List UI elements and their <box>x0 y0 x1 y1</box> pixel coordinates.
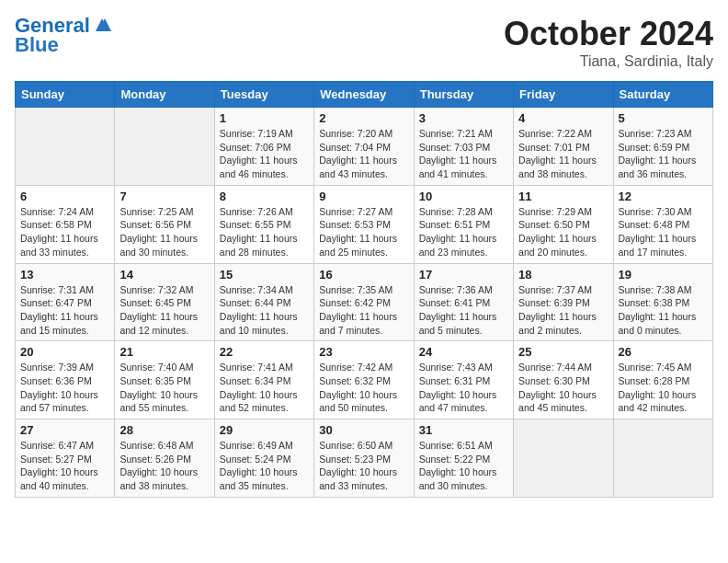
header-saturday: Saturday <box>613 82 712 108</box>
header-wednesday: Wednesday <box>314 82 414 108</box>
day-number: 22 <box>220 345 309 359</box>
calendar-cell: 4Sunrise: 7:22 AMSunset: 7:01 PMDaylight… <box>514 108 613 186</box>
calendar-week-4: 27Sunrise: 6:47 AMSunset: 5:27 PMDayligh… <box>16 419 713 498</box>
calendar-cell: 31Sunrise: 6:51 AMSunset: 5:22 PMDayligh… <box>414 419 513 498</box>
calendar-cell: 30Sunrise: 6:50 AMSunset: 5:23 PMDayligh… <box>314 419 414 498</box>
day-info: Sunrise: 6:48 AMSunset: 5:26 PMDaylight:… <box>119 439 209 493</box>
day-number: 9 <box>319 190 408 203</box>
day-info: Sunrise: 7:26 AMSunset: 6:55 PMDaylight:… <box>220 205 309 259</box>
day-info: Sunrise: 7:44 AMSunset: 6:30 PMDaylight:… <box>518 361 608 415</box>
day-info: Sunrise: 7:25 AMSunset: 6:56 PMDaylight:… <box>119 205 209 259</box>
day-number: 11 <box>518 190 608 203</box>
calendar-cell: 12Sunrise: 7:30 AMSunset: 6:48 PMDayligh… <box>613 185 712 263</box>
logo: General Blue <box>15 15 112 57</box>
calendar-week-3: 20Sunrise: 7:39 AMSunset: 6:36 PMDayligh… <box>16 341 713 419</box>
day-number: 27 <box>20 423 109 437</box>
day-info: Sunrise: 6:47 AMSunset: 5:27 PMDaylight:… <box>20 439 109 493</box>
calendar-cell: 2Sunrise: 7:20 AMSunset: 7:04 PMDaylight… <box>314 108 414 186</box>
header-sunday: Sunday <box>16 82 115 108</box>
day-info: Sunrise: 7:27 AMSunset: 6:53 PMDaylight:… <box>319 205 408 259</box>
day-info: Sunrise: 7:21 AMSunset: 7:03 PMDaylight:… <box>419 127 508 181</box>
day-info: Sunrise: 7:23 AMSunset: 6:59 PMDaylight:… <box>619 127 708 181</box>
calendar-cell: 29Sunrise: 6:49 AMSunset: 5:24 PMDayligh… <box>214 419 313 498</box>
calendar-cell: 21Sunrise: 7:40 AMSunset: 6:35 PMDayligh… <box>115 341 214 419</box>
day-number: 2 <box>319 111 408 125</box>
day-number: 29 <box>220 423 309 437</box>
day-number: 18 <box>518 268 608 282</box>
day-number: 16 <box>319 268 408 282</box>
calendar-cell: 19Sunrise: 7:38 AMSunset: 6:38 PMDayligh… <box>613 263 712 341</box>
calendar-cell: 17Sunrise: 7:36 AMSunset: 6:41 PMDayligh… <box>414 263 513 341</box>
day-info: Sunrise: 7:34 AMSunset: 6:44 PMDaylight:… <box>220 283 309 338</box>
day-number: 12 <box>619 190 708 203</box>
day-info: Sunrise: 7:41 AMSunset: 6:34 PMDaylight:… <box>220 361 309 415</box>
day-number: 4 <box>518 111 608 125</box>
calendar-cell: 14Sunrise: 7:32 AMSunset: 6:45 PMDayligh… <box>115 263 214 341</box>
day-info: Sunrise: 6:49 AMSunset: 5:24 PMDaylight:… <box>220 439 309 493</box>
calendar-header-row: SundayMondayTuesdayWednesdayThursdayFrid… <box>16 82 713 108</box>
day-info: Sunrise: 7:29 AMSunset: 6:50 PMDaylight:… <box>518 205 608 259</box>
day-info: Sunrise: 7:38 AMSunset: 6:38 PMDaylight:… <box>619 283 708 338</box>
logo-icon <box>92 15 112 35</box>
calendar-week-0: 1Sunrise: 7:19 AMSunset: 7:06 PMDaylight… <box>16 108 713 186</box>
calendar-cell: 7Sunrise: 7:25 AMSunset: 6:56 PMDaylight… <box>115 185 214 263</box>
day-number: 10 <box>419 190 508 203</box>
day-info: Sunrise: 7:24 AMSunset: 6:58 PMDaylight:… <box>20 205 109 259</box>
calendar-cell: 23Sunrise: 7:42 AMSunset: 6:32 PMDayligh… <box>314 341 414 419</box>
calendar-cell: 27Sunrise: 6:47 AMSunset: 5:27 PMDayligh… <box>16 419 115 498</box>
calendar-cell: 8Sunrise: 7:26 AMSunset: 6:55 PMDaylight… <box>214 185 313 263</box>
day-number: 24 <box>419 345 508 359</box>
day-info: Sunrise: 7:32 AMSunset: 6:45 PMDaylight:… <box>119 283 209 338</box>
day-number: 20 <box>20 345 109 359</box>
page-title: October 2024 <box>504 15 713 53</box>
day-number: 5 <box>619 111 708 125</box>
calendar-cell: 15Sunrise: 7:34 AMSunset: 6:44 PMDayligh… <box>214 263 313 341</box>
day-number: 7 <box>119 190 209 203</box>
calendar-cell: 18Sunrise: 7:37 AMSunset: 6:39 PMDayligh… <box>514 263 613 341</box>
day-number: 26 <box>619 345 708 359</box>
calendar-cell <box>613 419 712 498</box>
header-thursday: Thursday <box>414 82 513 108</box>
calendar-cell: 16Sunrise: 7:35 AMSunset: 6:42 PMDayligh… <box>314 263 414 341</box>
calendar-week-2: 13Sunrise: 7:31 AMSunset: 6:47 PMDayligh… <box>16 263 713 341</box>
calendar-cell <box>16 108 115 186</box>
calendar-cell: 24Sunrise: 7:43 AMSunset: 6:31 PMDayligh… <box>414 341 513 419</box>
header-monday: Monday <box>115 82 214 108</box>
day-info: Sunrise: 7:40 AMSunset: 6:35 PMDaylight:… <box>119 361 209 415</box>
calendar-cell <box>514 419 613 498</box>
calendar-cell <box>115 108 214 186</box>
calendar-cell: 11Sunrise: 7:29 AMSunset: 6:50 PMDayligh… <box>514 185 613 263</box>
calendar-cell: 9Sunrise: 7:27 AMSunset: 6:53 PMDaylight… <box>314 185 414 263</box>
day-number: 31 <box>419 423 508 437</box>
title-block: October 2024 Tiana, Sardinia, Italy <box>504 15 713 70</box>
day-number: 15 <box>220 268 309 282</box>
day-info: Sunrise: 7:43 AMSunset: 6:31 PMDaylight:… <box>419 361 508 415</box>
calendar-cell: 5Sunrise: 7:23 AMSunset: 6:59 PMDaylight… <box>613 108 712 186</box>
calendar-cell: 28Sunrise: 6:48 AMSunset: 5:26 PMDayligh… <box>115 419 214 498</box>
day-info: Sunrise: 7:20 AMSunset: 7:04 PMDaylight:… <box>319 127 408 181</box>
day-number: 28 <box>119 423 209 437</box>
day-info: Sunrise: 7:30 AMSunset: 6:48 PMDaylight:… <box>619 205 708 259</box>
calendar-cell: 3Sunrise: 7:21 AMSunset: 7:03 PMDaylight… <box>414 108 513 186</box>
calendar-cell: 1Sunrise: 7:19 AMSunset: 7:06 PMDaylight… <box>214 108 313 186</box>
day-number: 8 <box>220 190 309 203</box>
calendar-cell: 25Sunrise: 7:44 AMSunset: 6:30 PMDayligh… <box>514 341 613 419</box>
calendar-cell: 10Sunrise: 7:28 AMSunset: 6:51 PMDayligh… <box>414 185 513 263</box>
day-number: 30 <box>319 423 408 437</box>
day-number: 13 <box>20 268 109 282</box>
calendar-table: SundayMondayTuesdayWednesdayThursdayFrid… <box>15 81 713 498</box>
day-info: Sunrise: 7:35 AMSunset: 6:42 PMDaylight:… <box>319 283 408 338</box>
day-number: 1 <box>220 111 309 125</box>
header-tuesday: Tuesday <box>214 82 313 108</box>
day-number: 14 <box>119 268 209 282</box>
day-number: 6 <box>20 190 109 203</box>
calendar-week-1: 6Sunrise: 7:24 AMSunset: 6:58 PMDaylight… <box>16 185 713 263</box>
day-info: Sunrise: 6:51 AMSunset: 5:22 PMDaylight:… <box>419 439 508 493</box>
day-number: 17 <box>419 268 508 282</box>
calendar-cell: 20Sunrise: 7:39 AMSunset: 6:36 PMDayligh… <box>16 341 115 419</box>
day-info: Sunrise: 7:37 AMSunset: 6:39 PMDaylight:… <box>518 283 608 338</box>
day-info: Sunrise: 7:39 AMSunset: 6:36 PMDaylight:… <box>20 361 109 415</box>
day-info: Sunrise: 7:19 AMSunset: 7:06 PMDaylight:… <box>220 127 309 181</box>
day-info: Sunrise: 6:50 AMSunset: 5:23 PMDaylight:… <box>319 439 408 493</box>
day-number: 3 <box>419 111 508 125</box>
